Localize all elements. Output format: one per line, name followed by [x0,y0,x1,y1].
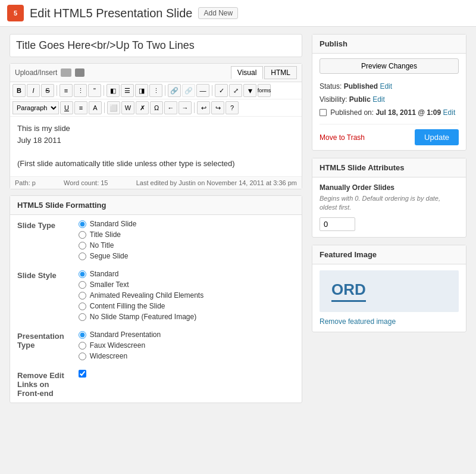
strikethrough-button[interactable]: S [41,84,54,97]
featured-image-body: ORD Remove featured image [312,264,466,332]
remove-edit-links-checkbox[interactable] [79,370,86,378]
insert-more-button[interactable]: — [196,84,209,97]
pres-type-widescreen[interactable]: Widescreen [79,352,295,360]
remove-featured-image-link[interactable]: Remove featured image [320,317,396,326]
separator [212,85,212,96]
upload-insert-label: Upload/Insert [15,68,57,77]
editor-tabs: Visual HTML [231,66,297,79]
featured-image-box: Featured Image ORD Remove featured image [312,245,466,332]
slide-style-row: Slide Style Standard Smaller Text [10,265,302,326]
editor-content[interactable]: This is my slide July 18 2011 (First sli… [10,117,302,176]
slide-type-group: Standard Slide Title Slide No Title [79,220,295,260]
calendar-icon [320,109,327,116]
separator [165,85,165,96]
published-date: Jul 18, 2011 @ 1:09 [375,108,441,117]
status-label: Status: [320,82,342,91]
media-icon[interactable] [75,68,84,77]
preview-changes-button[interactable]: Preview Changes [320,58,459,74]
bold-button[interactable]: B [12,84,26,97]
outdent-button[interactable]: ← [164,101,177,114]
ol-button[interactable]: ⋮ [74,84,87,97]
status-edit-link[interactable]: Edit [380,82,392,91]
remove-edit-links-row: Remove Edit Links on Front-end [10,365,302,403]
formatting-section: HTML5 Slide Formatting Slide Type Standa… [10,195,302,403]
presentation-type-row: PresentationType Standard Presentation F… [10,326,302,365]
show-kitchen-sink-button[interactable]: ▾ [243,84,256,97]
slide-style-smaller[interactable]: Smaller Text [79,280,295,289]
remove-edit-links-label: Remove Edit Links on Front-end [10,365,71,403]
fullscreen-button[interactable]: ⤢ [229,84,242,97]
slide-type-label: Slide Type [10,215,71,265]
undo-button[interactable]: ↩ [197,101,210,114]
order-input[interactable] [320,217,355,231]
right-column: Publish Preview Changes Status: Publishe… [312,34,466,403]
align-left-button2[interactable]: ≡ [74,101,87,114]
paragraph-select[interactable]: Paragraph [12,101,59,114]
remove-edit-links-checkbox-label[interactable] [79,370,295,378]
slide-style-animated[interactable]: Animated Revealing Child Elements [79,291,295,300]
move-to-trash-link[interactable]: Move to Trash [320,133,365,142]
editor-top-bar: Upload/Insert Visual HTML [10,64,302,82]
toolbar-row-2: Paragraph U ≡ A ⬜ W ✗ Ω ← → ↩ ↪ ? [10,99,302,117]
main-layout: Upload/Insert Visual HTML B I S ≡ ⋮ " [0,27,476,410]
link-button[interactable]: 🔗 [168,84,181,97]
paste-word-button[interactable]: W [121,101,134,114]
slide-type-notitle[interactable]: No Title [79,241,295,250]
redo-button[interactable]: ↪ [211,101,224,114]
published-row: Published on: Jul 18, 2011 @ 1:09 Edit [320,106,459,119]
unlink-button[interactable]: 🔗 [182,84,195,97]
slide-type-segue[interactable]: Segue Slide [79,252,295,260]
indent-button[interactable]: → [178,101,192,114]
published-edit-link[interactable]: Edit [443,108,456,117]
upload-icon[interactable] [61,68,71,77]
formatting-header: HTML5 Slide Formatting [10,196,302,215]
ul-button[interactable]: ≡ [60,84,73,97]
visibility-value: Public [349,95,371,104]
publish-actions: Move to Trash Update [320,124,459,145]
separator [57,85,57,96]
text-color-button[interactable]: A [89,101,102,114]
align-right-button[interactable]: ◨ [135,84,148,97]
status-value: Published [344,82,378,91]
pres-type-standard[interactable]: Standard Presentation [79,330,295,339]
html5-icon: 5 [7,5,24,21]
path-info: Path: p [15,179,36,186]
special-button[interactable]: forms [258,84,271,97]
slide-style-nostamp[interactable]: No Slide Stamp (Featured Image) [79,313,295,321]
add-new-button[interactable]: Add New [198,7,238,19]
slide-type-title[interactable]: Title Slide [79,230,295,239]
paste-text-button[interactable]: ⬜ [107,101,120,114]
word-count: Word count: 15 [64,179,108,186]
visibility-label: Visibility: [320,95,347,104]
slide-type-row: Slide Type Standard Slide Title Slide [10,215,302,265]
presentation-type-label: PresentationType [10,326,71,365]
slide-style-content[interactable]: Content Filling the Slide [79,302,295,310]
clear-format-button[interactable]: ✗ [136,101,149,114]
separator [104,85,104,96]
visibility-edit-link[interactable]: Edit [372,95,385,104]
publish-header: Publish [312,35,466,54]
italic-button[interactable]: I [27,84,40,97]
align-left-button[interactable]: ◧ [107,84,120,97]
slide-type-standard[interactable]: Standard Slide [79,220,295,228]
attributes-body: Manually Order Slides Begins with 0. Def… [312,177,466,237]
tab-html[interactable]: HTML [264,66,297,79]
content-line3: (First slide automatically title slide u… [17,158,295,170]
featured-image-header: Featured Image [312,245,466,264]
post-title-input[interactable] [10,34,302,57]
pres-type-faux[interactable]: Faux Widescreen [79,341,295,350]
align-justify-button[interactable]: ⋮ [149,84,162,97]
spell-check-button[interactable]: ✓ [215,84,228,97]
underline-button[interactable]: U [60,101,73,114]
attributes-box: HTML5 Slide Attributes Manually Order Sl… [312,158,466,238]
update-button[interactable]: Update [415,129,459,145]
editor-footer: Path: p Word count: 15 Last edited by Ju… [10,176,302,189]
special-char-button[interactable]: Ω [150,101,163,114]
help-button[interactable]: ? [226,101,239,114]
blockquote-button[interactable]: " [88,84,101,97]
tab-visual[interactable]: Visual [231,66,263,79]
slide-style-standard[interactable]: Standard [79,270,295,278]
align-center-button[interactable]: ☰ [121,84,134,97]
attributes-header: HTML5 Slide Attributes [312,158,466,177]
formatting-table: Slide Type Standard Slide Title Slide [10,215,302,403]
